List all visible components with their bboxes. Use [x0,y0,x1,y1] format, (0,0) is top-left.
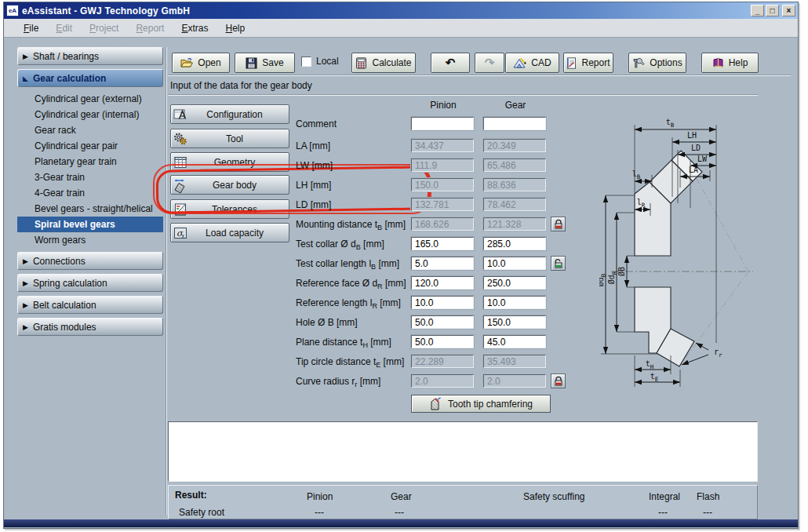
chamfer-label: Tooth tip chamfering [448,399,533,410]
window-title: eAssistant - GWJ Technology GmbH [22,5,190,16]
load-capacity-button[interactable]: σx Load capacity [170,223,289,242]
gear-input[interactable] [483,237,546,250]
sidebar-item-3-gear-train[interactable]: 3-Gear train [17,169,163,185]
tolerances-icon [171,202,190,217]
tooth-tip-chamfering-button[interactable]: Tooth tip chamfering [411,395,551,413]
sidebar-item-spring-calculation[interactable]: ▶Spring calculation [17,274,163,292]
menu-help[interactable]: Help [217,21,253,35]
save-label: Save [262,57,283,68]
gear-input [483,178,546,191]
sidebar-item-belt-calculation[interactable]: ▶Belt calculation [17,296,163,314]
undo-button[interactable]: ↶ [431,53,470,73]
cad-button[interactable]: CAD [505,53,559,73]
form-row: Test collar Ø dB [mm] [296,237,569,252]
gear-input [483,374,546,388]
calculate-button[interactable]: Calculate [351,53,416,73]
menu-extras[interactable]: Extras [173,21,217,35]
result-col-flash: Flash [697,491,719,502]
comment-pinion-input[interactable] [411,117,474,130]
pinion-input[interactable] [411,276,474,290]
local-label: Local [316,56,339,67]
pinion-input[interactable] [411,257,474,270]
pinion-input[interactable] [411,335,474,348]
gear-input[interactable] [483,257,546,270]
result-col-pinion: Pinion [307,491,333,502]
close-button[interactable]: × [782,5,795,16]
gear-input[interactable] [483,296,546,309]
menu-file[interactable]: File [15,21,47,35]
locked-lock-icon[interactable] [551,217,566,231]
sidebar-item-gear-calculation[interactable]: ◣Gear calculation [17,69,163,87]
chevron-right-icon: ▶ [23,279,28,287]
chevron-down-icon: ◣ [23,75,28,82]
open-button[interactable]: Open [172,53,230,73]
tool-label: Tool [190,133,289,144]
sidebar-item-gear-rack[interactable]: Gear rack [17,122,163,138]
pinion-input [411,139,474,152]
sidebar-label: Spring calculation [33,278,107,289]
comment-gear-input[interactable] [483,117,546,130]
pinion-input[interactable] [411,315,474,329]
sidebar-item-4-gear-train[interactable]: 4-Gear train [17,185,163,201]
options-button[interactable]: Options [628,53,686,73]
open-label: Open [198,57,220,68]
help-button[interactable]: Help [701,53,759,73]
field-label: Tip circle distance tE [mm] [296,356,404,369]
sidebar-item-cylindrical-gear-external[interactable]: Cylindrical gear (external) [17,91,163,107]
options-tools-icon [632,57,645,69]
minimize-button[interactable]: _ [751,5,764,16]
sidebar-item-spiral-bevel-gears[interactable]: Spiral bevel gears [17,217,163,232]
sidebar-item-planetary-gear-train[interactable]: Planetary gear train [17,154,163,169]
report-button[interactable]: Report [563,53,613,73]
chevron-right-icon: ▶ [23,257,28,265]
sidebar-item-gratis-modules[interactable]: ▶Gratis modules [17,318,163,336]
sidebar-label: Connections [33,256,86,267]
unlocked-lock-icon[interactable] [551,256,566,271]
sidebar-item-bevel-gears[interactable]: Bevel gears - straight/helical [17,201,163,217]
report-label: Report [581,57,610,68]
field-label: Plane distance tH [mm] [296,337,391,349]
sidebar-item-connections[interactable]: ▶Connections [17,252,163,270]
result-col-safety-scuffing: Safety scuffing [523,491,585,502]
sidebar-item-cylindrical-gear-internal[interactable]: Cylindrical gear (internal) [17,107,163,122]
save-button[interactable]: Save [235,53,295,73]
gear-input[interactable] [483,315,546,329]
pinion-input[interactable] [411,237,474,250]
tolerances-button[interactable]: Tolerances [170,199,289,219]
geometry-button[interactable]: Geometry [170,152,289,172]
sidebar-label: Gratis modules [33,322,96,333]
help-label: Help [729,57,748,68]
result-row-label: Safety root [179,507,224,518]
result-value: --- [315,507,324,518]
local-checkbox[interactable] [301,56,311,67]
app-window: eA eAssistant - GWJ Technology GmbH _ □ … [3,2,799,529]
configuration-button[interactable]: Configuration [170,104,289,124]
sidebar-item-worm-gears[interactable]: Worm gears [17,232,163,248]
result-value: --- [395,507,404,518]
gear-input[interactable] [483,335,546,348]
toolbar-separator [168,75,791,75]
form-row: LD [mm] [296,198,569,213]
dim-label-tE: tE [650,372,659,383]
form-row: Mounting distance tB [mm] [296,217,569,232]
calculate-label: Calculate [372,57,411,68]
maximize-button[interactable]: □ [766,5,779,16]
gear-input[interactable] [483,276,546,290]
gear-column-header: Gear [483,100,548,111]
tool-button[interactable]: Tool [170,129,289,148]
sidebar-divider [166,47,166,515]
gear-body-button[interactable]: Gear body [170,175,289,195]
sidebar-item-shaft-bearings[interactable]: ▶Shaft / bearings [17,47,163,65]
chevron-right-icon: ▶ [23,301,28,309]
locked-lock-icon[interactable] [551,373,566,388]
info-bar: Input of the data for the gear body [170,80,312,91]
menu-project: Project [81,21,127,35]
sidebar-item-cylindrical-gear-pair[interactable]: Cylindrical gear pair [17,138,163,154]
configuration-icon [171,107,190,122]
dim-label-lB: lB [632,169,641,180]
gear-body-label: Gear body [190,180,289,191]
pinion-input[interactable] [411,296,474,309]
load-capacity-sigma-icon: σx [171,226,190,240]
gear-input [483,139,546,152]
pinion-input [411,159,474,172]
